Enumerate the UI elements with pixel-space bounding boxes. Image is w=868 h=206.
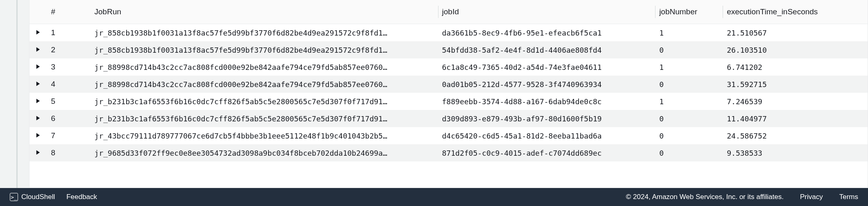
cell-jobnumber: 0 — [655, 41, 723, 58]
cell-jobnumber: 1 — [655, 58, 723, 76]
cell-index: 5 — [47, 93, 90, 110]
expand-row-icon[interactable] — [29, 93, 47, 110]
cell-jobid: 0ad01b05-212d-4577-9528-3f4740963934 — [438, 76, 656, 93]
cell-jobrun: jr_88998cd714b43c2cc7ac808fcd000e92be842… — [90, 76, 438, 93]
cloudshell-link[interactable]: >_ CloudShell — [10, 193, 55, 201]
svg-marker-6 — [36, 133, 40, 137]
cell-jobrun: jr_43bcc79111d789777067ce6d7cb5f4bbbe3b1… — [90, 127, 438, 144]
left-rule — [16, 0, 18, 188]
console-footer: >_ CloudShell Feedback © 2024, Amazon We… — [0, 188, 868, 206]
cell-exectime: 11.404977 — [723, 110, 868, 127]
cell-jobid: d309d893-e879-493b-af97-80d1600f5b19 — [438, 110, 656, 127]
table-row: 6jr_b231b3c1af6553f6b16c0dc7cff826f5ab5c… — [29, 110, 868, 127]
cell-jobrun: jr_b231b3c1af6553f6b16c0dc7cff826f5ab5c5… — [90, 93, 438, 110]
cell-jobrun: jr_858cb1938b1f0031a13f8ac57fe5d99bf3770… — [90, 24, 438, 42]
cell-jobnumber: 1 — [655, 93, 723, 110]
cell-index: 8 — [47, 144, 90, 161]
expand-row-icon[interactable] — [29, 24, 47, 42]
svg-marker-2 — [36, 64, 40, 69]
cell-jobnumber: 1 — [655, 24, 723, 42]
cell-index: 4 — [47, 76, 90, 93]
cloudshell-icon: >_ — [10, 193, 18, 201]
expand-row-icon[interactable] — [29, 76, 47, 93]
cell-exectime: 26.103510 — [723, 41, 868, 58]
results-panel: # JobRun jobId jobNumber executionTime_i… — [29, 0, 868, 188]
cell-jobnumber: 0 — [655, 127, 723, 144]
svg-marker-3 — [36, 81, 40, 86]
table-row: 4jr_88998cd714b43c2cc7ac808fcd000e92be84… — [29, 76, 868, 93]
cell-exectime: 24.586752 — [723, 127, 868, 144]
cloudshell-label: CloudShell — [21, 193, 55, 201]
cell-exectime: 31.592715 — [723, 76, 868, 93]
table-row: 7jr_43bcc79111d789777067ce6d7cb5f4bbbe3b… — [29, 127, 868, 144]
svg-marker-0 — [36, 30, 40, 34]
cell-jobid: da3661b5-8ec9-4fb6-95e1-efeacb6f5ca1 — [438, 24, 656, 42]
cell-jobrun: jr_88998cd714b43c2cc7ac808fcd000e92be842… — [90, 58, 438, 76]
expand-row-icon[interactable] — [29, 127, 47, 144]
cell-jobid: f889eebb-3574-4d88-a167-6dab94de0c8c — [438, 93, 656, 110]
cell-index: 7 — [47, 127, 90, 144]
results-table: # JobRun jobId jobNumber executionTime_i… — [29, 0, 868, 161]
feedback-link[interactable]: Feedback — [66, 193, 97, 201]
table-row: 1jr_858cb1938b1f0031a13f8ac57fe5d99bf377… — [29, 24, 868, 42]
col-jobrun[interactable]: JobRun — [90, 0, 438, 24]
svg-marker-5 — [36, 116, 40, 120]
cell-jobrun: jr_9685d33f072ff9ec0e8ee3054732ad3098a9b… — [90, 144, 438, 161]
cell-exectime: 7.246539 — [723, 93, 868, 110]
cell-exectime: 9.538533 — [723, 144, 868, 161]
col-exectime[interactable]: executionTime_inSeconds — [723, 0, 868, 24]
cell-index: 2 — [47, 41, 90, 58]
terms-link[interactable]: Terms — [839, 193, 858, 201]
cell-jobnumber: 0 — [655, 76, 723, 93]
table-row: 2jr_858cb1938b1f0031a13f8ac57fe5d99bf377… — [29, 41, 868, 58]
copyright-text: © 2024, Amazon Web Services, Inc. or its… — [626, 193, 784, 201]
cell-jobid: 54bfdd38-5af2-4e4f-8d1d-4406ae808fd4 — [438, 41, 656, 58]
expand-row-icon[interactable] — [29, 110, 47, 127]
cell-jobid: d4c65420-c6d5-45a1-81d2-8eeba11bad6a — [438, 127, 656, 144]
cell-index: 1 — [47, 24, 90, 42]
expand-row-icon[interactable] — [29, 144, 47, 161]
cell-jobnumber: 0 — [655, 110, 723, 127]
expand-row-icon[interactable] — [29, 41, 47, 58]
cell-index: 6 — [47, 110, 90, 127]
table-row: 8jr_9685d33f072ff9ec0e8ee3054732ad3098a9… — [29, 144, 868, 161]
table-row: 5jr_b231b3c1af6553f6b16c0dc7cff826f5ab5c… — [29, 93, 868, 110]
col-index[interactable]: # — [47, 0, 90, 24]
col-expand — [29, 0, 47, 24]
cell-jobid: 871d2f05-c0c9-4015-adef-c7074dd689ec — [438, 144, 656, 161]
table-scroll[interactable]: # JobRun jobId jobNumber executionTime_i… — [29, 0, 868, 161]
col-jobid[interactable]: jobId — [438, 0, 656, 24]
cell-exectime: 21.510567 — [723, 24, 868, 42]
cell-exectime: 6.741202 — [723, 58, 868, 76]
cell-index: 3 — [47, 58, 90, 76]
svg-marker-7 — [36, 150, 40, 154]
privacy-link[interactable]: Privacy — [800, 193, 823, 201]
cell-jobrun: jr_b231b3c1af6553f6b16c0dc7cff826f5ab5c5… — [90, 110, 438, 127]
svg-marker-1 — [36, 47, 40, 52]
cell-jobnumber: 0 — [655, 144, 723, 161]
expand-row-icon[interactable] — [29, 58, 47, 76]
col-jobnumber[interactable]: jobNumber — [655, 0, 723, 24]
table-row: 3jr_88998cd714b43c2cc7ac808fcd000e92be84… — [29, 58, 868, 76]
cell-jobid: 6c1a8c49-7365-40d2-a54d-74e3fae04611 — [438, 58, 656, 76]
cell-jobrun: jr_858cb1938b1f0031a13f8ac57fe5d99bf3770… — [90, 41, 438, 58]
svg-marker-4 — [36, 99, 40, 103]
